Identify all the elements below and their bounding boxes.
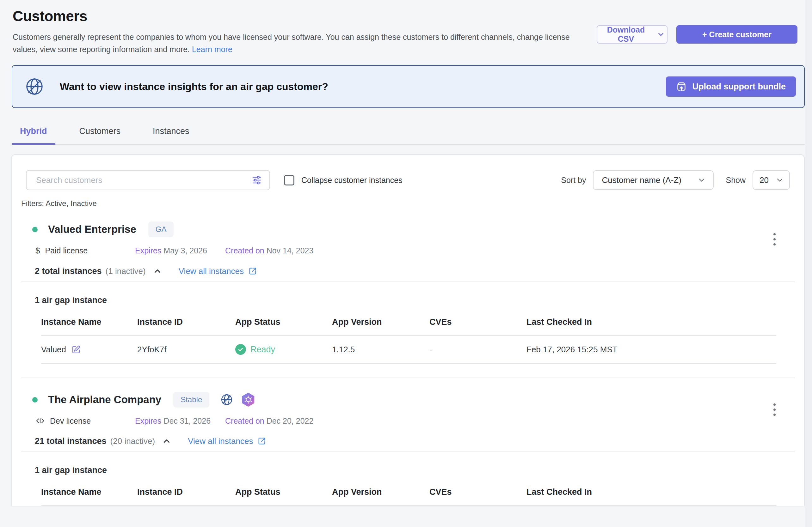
- install-type-icons: [220, 392, 256, 407]
- created-on-label: Created on: [225, 417, 264, 425]
- active-status-dot: [32, 227, 38, 232]
- sort-by-label: Sort by: [561, 176, 586, 185]
- col-app-status: App Status: [235, 487, 332, 497]
- chevron-down-icon: [657, 30, 665, 39]
- learn-more-link[interactable]: Learn more: [192, 45, 232, 54]
- customer-menu-kebab-icon[interactable]: [770, 232, 779, 247]
- edit-icon[interactable]: [71, 345, 81, 355]
- channel-badge: GA: [148, 222, 174, 237]
- col-cves: CVEs: [430, 487, 526, 497]
- instances-summary-row: 21 total instances (20 inactive) View al…: [35, 435, 804, 447]
- search-box: [26, 170, 270, 190]
- show-count-value: 20: [759, 175, 775, 185]
- col-instance-name: Instance Name: [41, 487, 137, 497]
- col-last-checked-in: Last Checked In: [526, 317, 776, 327]
- chevron-down-icon: [697, 176, 706, 184]
- instance-name-cell: Valued: [41, 345, 137, 355]
- customers-card: Collapse customer instances Sort by Cust…: [11, 154, 805, 506]
- customer-menu-kebab-icon[interactable]: [770, 402, 779, 417]
- expires-date: Dec 31, 2026: [163, 417, 211, 425]
- collapse-instances-checkbox[interactable]: [284, 175, 294, 185]
- header-actions: Download CSV + Create customer: [597, 25, 797, 44]
- create-customer-button[interactable]: + Create customer: [676, 25, 797, 44]
- col-last-checked-in: Last Checked In: [526, 487, 776, 497]
- upload-support-bundle-button[interactable]: Upload support bundle: [666, 76, 796, 97]
- external-link-icon: [248, 267, 257, 275]
- col-cves: CVEs: [430, 317, 526, 327]
- collapse-section-chevron-up-icon[interactable]: [162, 436, 171, 446]
- airgap-instance-heading: 1 air gap instance: [35, 296, 804, 305]
- filter-sliders-icon[interactable]: [251, 175, 262, 186]
- instance-table-header: Instance Name Instance ID App Status App…: [41, 317, 776, 336]
- collapse-instances-label: Collapse customer instances: [301, 176, 403, 185]
- license-row: Dev license Expires Dec 31, 2026 Created…: [35, 416, 804, 425]
- last-checked-in-cell: Feb 17, 2026 15:25 MST: [526, 345, 776, 355]
- airgap-instance-heading: 1 air gap instance: [35, 465, 804, 475]
- divider: [21, 282, 795, 282]
- customer-block-valued-enterprise: Valued Enterprise GA $ Paid license Expi…: [12, 221, 804, 364]
- tab-instances[interactable]: Instances: [145, 122, 198, 145]
- active-filters-text: Filters: Active, Inactive: [21, 199, 804, 208]
- download-csv-label: Download CSV: [599, 25, 653, 44]
- app-status-value: Ready: [250, 345, 275, 355]
- collapse-instances-control: Collapse customer instances: [284, 175, 403, 185]
- instance-id-cell: 2YfoK7f: [137, 345, 235, 355]
- download-csv-button[interactable]: Download CSV: [597, 25, 667, 44]
- airgap-globe-icon: [24, 76, 45, 97]
- divider: [21, 451, 795, 452]
- license-type: $ Paid license: [35, 246, 135, 256]
- code-icon: [35, 416, 45, 425]
- customer-block-the-airplane-company: The Airplane Company Stable: [12, 391, 804, 506]
- customer-header: The Airplane Company Stable: [32, 391, 779, 408]
- customer-section-divider: [21, 378, 795, 378]
- customer-header: Valued Enterprise GA: [32, 221, 779, 238]
- view-all-instances-link[interactable]: View all instances: [188, 436, 266, 446]
- banner-title: Want to view instance insights for an ai…: [60, 81, 666, 93]
- app-version-cell: 1.12.5: [332, 345, 430, 355]
- tab-customers[interactable]: Customers: [71, 122, 129, 145]
- view-all-instances-link[interactable]: View all instances: [179, 266, 257, 276]
- page-header: Customers Customers generally represent …: [0, 0, 805, 56]
- expires-label: Expires: [135, 417, 161, 425]
- instances-inactive-count: (20 inactive): [110, 436, 155, 446]
- col-app-version: App Version: [332, 487, 430, 497]
- view-all-instances-label: View all instances: [188, 436, 253, 446]
- dollar-icon: $: [35, 246, 40, 256]
- upload-icon: [676, 81, 687, 92]
- license-type-label: Paid license: [45, 246, 88, 255]
- show-label: Show: [726, 176, 745, 185]
- customer-name[interactable]: Valued Enterprise: [48, 223, 136, 236]
- kubernetes-icon: [241, 392, 256, 407]
- view-all-instances-label: View all instances: [179, 266, 244, 276]
- instances-total: 2 total instances: [35, 266, 102, 276]
- sort-by-select[interactable]: Customer name (A-Z): [593, 170, 714, 190]
- search-input[interactable]: [35, 175, 251, 185]
- page-title: Customers: [13, 7, 805, 25]
- instances-total: 21 total instances: [35, 436, 106, 446]
- col-app-status: App Status: [235, 317, 332, 327]
- instance-table-header: Instance Name Instance ID App Status App…: [41, 487, 776, 506]
- chevron-down-icon: [775, 176, 784, 184]
- license-type-label: Dev license: [50, 417, 91, 425]
- license-created: Created on Nov 14, 2023: [225, 246, 313, 255]
- app-status-cell: Ready: [235, 344, 332, 355]
- customer-name[interactable]: The Airplane Company: [48, 394, 161, 406]
- instances-summary-row: 2 total instances (1 inactive) View all …: [35, 265, 804, 277]
- col-instance-id: Instance ID: [137, 317, 235, 327]
- toolbar-right: Sort by Customer name (A-Z) Show 20: [561, 170, 790, 190]
- license-row: $ Paid license Expires May 3, 2026 Creat…: [35, 246, 804, 256]
- tab-hybrid[interactable]: Hybrid: [12, 122, 55, 145]
- toolbar: Collapse customer instances Sort by Cust…: [26, 170, 790, 190]
- created-on-label: Created on: [225, 246, 264, 255]
- expires-date: May 3, 2026: [163, 246, 207, 255]
- external-link-icon: [257, 437, 266, 446]
- col-instance-name: Instance Name: [41, 317, 137, 327]
- airgap-banner: Want to view instance insights for an ai…: [12, 65, 805, 108]
- tab-bar: Hybrid Customers Instances: [12, 122, 805, 145]
- license-type: Dev license: [35, 416, 135, 425]
- show-count-select[interactable]: 20: [753, 170, 790, 190]
- collapse-section-chevron-up-icon[interactable]: [153, 266, 162, 276]
- col-instance-id: Instance ID: [137, 487, 235, 497]
- instance-table: Instance Name Instance ID App Status App…: [41, 487, 776, 506]
- scrollbar-track[interactable]: [805, 0, 812, 527]
